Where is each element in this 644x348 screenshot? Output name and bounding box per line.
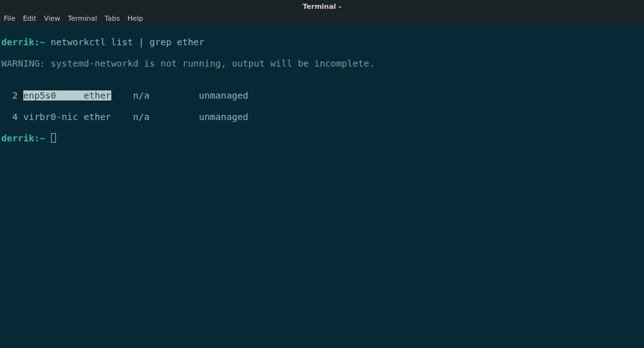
warning-line: WARNING: systemd-networkd is not running… bbox=[1, 58, 643, 69]
menubar: File Edit View Terminal Tabs Help bbox=[0, 13, 644, 24]
interface-row: 2 enp5s0 ether n/a unmanaged bbox=[1, 90, 643, 101]
menu-tabs[interactable]: Tabs bbox=[104, 14, 119, 23]
terminal-line: derrik:~ networkctl list | grep ether bbox=[1, 37, 643, 48]
row-rest: n/a unmanaged bbox=[111, 90, 248, 101]
terminal-line: derrik:~ bbox=[1, 133, 643, 144]
window-titlebar: Terminal - bbox=[0, 0, 644, 13]
shell-prompt: derrik:~ bbox=[1, 37, 45, 47]
row-index: 2 bbox=[1, 90, 23, 101]
cursor-icon bbox=[51, 133, 56, 143]
shell-prompt: derrik:~ bbox=[1, 133, 45, 143]
menu-edit[interactable]: Edit bbox=[23, 14, 36, 23]
menu-help[interactable]: Help bbox=[128, 14, 143, 23]
terminal-output-area[interactable]: derrik:~ networkctl list | grep ether WA… bbox=[0, 24, 644, 157]
command-text: networkctl list | grep ether bbox=[45, 37, 204, 47]
interface-row: 4 virbr0-nic ether n/a unmanaged bbox=[1, 112, 643, 122]
menu-terminal[interactable]: Terminal bbox=[68, 14, 97, 23]
selected-interface: enp5s0 ether bbox=[23, 90, 111, 101]
menu-view[interactable]: View bbox=[44, 14, 60, 23]
menu-file[interactable]: File bbox=[4, 14, 15, 23]
window-title: Terminal - bbox=[303, 3, 341, 11]
prompt-space bbox=[45, 133, 51, 143]
